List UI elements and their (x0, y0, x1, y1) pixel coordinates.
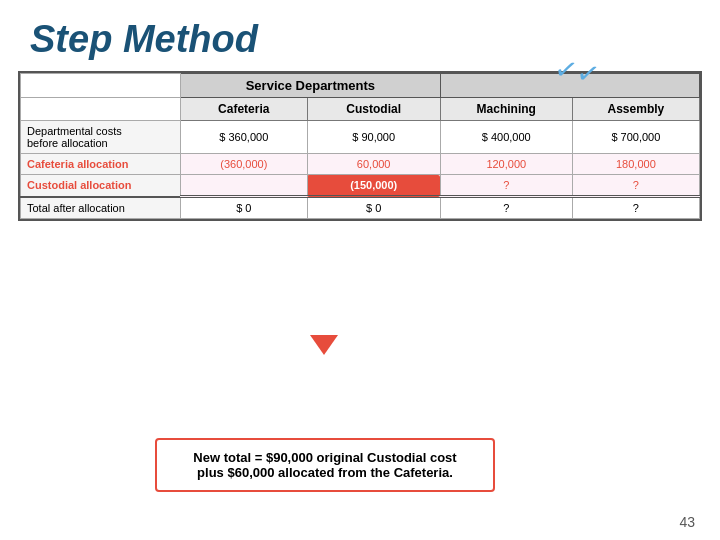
dept-costs-label: Departmental costsbefore allocation (21, 121, 181, 154)
dept-costs-cafeteria: $ 360,000 (181, 121, 308, 154)
custodial-alloc-assembly: ? (572, 175, 699, 197)
custodial-alloc-machining: ? (440, 175, 572, 197)
callout-line1: New total = $90,000 original Custodial c… (193, 450, 456, 465)
blank-header (21, 74, 181, 98)
total-row: Total after allocation $ 0 $ 0 ? ? (21, 197, 700, 219)
arrow-down (310, 335, 338, 355)
machining-header: Machining (440, 98, 572, 121)
custodial-alloc-label: Custodial allocation (21, 175, 181, 197)
cafeteria-alloc-assembly: 180,000 (572, 154, 699, 175)
dept-costs-custodial: $ 90,000 (307, 121, 440, 154)
custodial-header: Custodial (307, 98, 440, 121)
cafeteria-alloc-custodial: 60,000 (307, 154, 440, 175)
callout-box: New total = $90,000 original Custodial c… (155, 438, 495, 492)
total-label: Total after allocation (21, 197, 181, 219)
total-machining: ? (440, 197, 572, 219)
page-title: Step Method (0, 0, 720, 71)
custodial-alloc-custodial: (150,000) (307, 175, 440, 197)
custodial-alloc-cafeteria (181, 175, 308, 197)
cafeteria-alloc-cafeteria: (360,000) (181, 154, 308, 175)
dept-costs-machining: $ 400,000 (440, 121, 572, 154)
total-assembly: ? (572, 197, 699, 219)
table-container: Service Departments Cafeteria Custodial … (18, 71, 702, 221)
service-dept-header: Service Departments (181, 74, 441, 98)
dept-costs-assembly: $ 700,000 (572, 121, 699, 154)
cafeteria-alloc-machining: 120,000 (440, 154, 572, 175)
cafeteria-alloc-label: Cafeteria allocation (21, 154, 181, 175)
assembly-header: Assembly (572, 98, 699, 121)
page-number: 43 (679, 514, 695, 530)
callout-line2: plus $60,000 allocated from the Cafeteri… (197, 465, 453, 480)
total-custodial: $ 0 (307, 197, 440, 219)
cafeteria-alloc-row: Cafeteria allocation (360,000) 60,000 12… (21, 154, 700, 175)
row-label-header (21, 98, 181, 121)
total-cafeteria: $ 0 (181, 197, 308, 219)
dept-costs-row: Departmental costsbefore allocation $ 36… (21, 121, 700, 154)
custodial-alloc-row: Custodial allocation (150,000) ? ? (21, 175, 700, 197)
cafeteria-header: Cafeteria (181, 98, 308, 121)
